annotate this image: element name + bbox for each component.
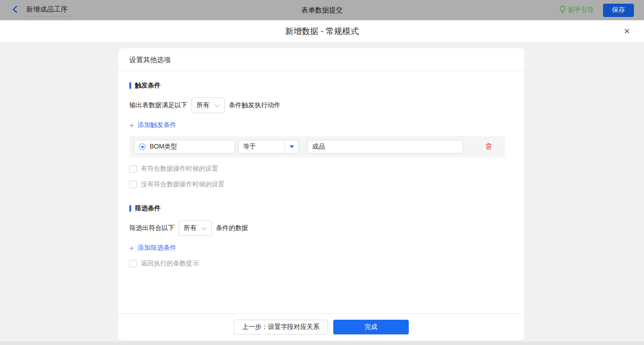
section-accent-bar	[129, 205, 131, 212]
trigger-match-sentence: 输出表数据满足以下 所有 条件触发执行动作	[129, 98, 513, 113]
trigger-match-select[interactable]: 所有	[191, 98, 225, 113]
add-trigger-condition-link[interactable]: + 添加触发条件	[129, 121, 176, 129]
top-bar: 新增成品工序 表单数据提交 新手引导 保存	[0, 0, 644, 20]
filter-sentence-suffix: 条件的数据	[216, 224, 248, 232]
close-icon[interactable]: ×	[621, 25, 633, 37]
has-match-data-checkbox[interactable]	[129, 165, 137, 172]
no-match-data-label: 没有符合数据操作时候的设置	[141, 180, 225, 189]
panel-body: 触发条件 输出表数据满足以下 所有 条件触发执行动作 + 添加触发条件	[118, 71, 524, 268]
plus-icon: +	[129, 121, 134, 129]
return-count-label: 返回执行的条数提示	[141, 259, 199, 268]
return-count-option: 返回执行的条数提示	[129, 259, 513, 268]
trigger-sentence-suffix: 条件触发执行动作	[229, 101, 280, 109]
page-title: 表单数据提交	[302, 6, 343, 15]
plus-icon: +	[129, 244, 134, 252]
trash-icon	[485, 143, 492, 151]
beginner-guide-link[interactable]: 新手引导	[559, 6, 594, 15]
options-panel: 设置其他选项 触发条件 输出表数据满足以下 所有 条件触发执行动作	[118, 48, 524, 340]
return-count-checkbox[interactable]	[129, 260, 137, 267]
trigger-condition-row: BOM类型 等于	[129, 136, 505, 157]
add-filter-condition-label: 添加筛选条件	[138, 244, 176, 252]
trigger-sentence-prefix: 输出表数据满足以下	[129, 101, 187, 109]
done-button[interactable]: 完成	[333, 320, 409, 334]
condition-operator-value: 等于	[238, 143, 284, 151]
field-type-radio-icon	[139, 144, 145, 150]
workflow-title[interactable]: 新增成品工序	[25, 4, 70, 17]
add-filter-condition-link[interactable]: + 添加筛选条件	[129, 244, 176, 252]
trigger-section-title: 触发条件	[129, 81, 513, 90]
no-match-data-option: 没有符合数据操作时候的设置	[129, 180, 513, 189]
trigger-section-label: 触发条件	[135, 81, 161, 90]
panel-footer: 上一步：设置字段对应关系 完成	[118, 313, 524, 340]
panel-header: 设置其他选项	[118, 48, 524, 71]
lightbulb-icon	[559, 6, 566, 15]
trigger-match-value: 所有	[197, 101, 209, 109]
modal-body: 设置其他选项 触发条件 输出表数据满足以下 所有 条件触发执行动作	[0, 43, 644, 342]
filter-match-value: 所有	[184, 224, 197, 232]
previous-step-button[interactable]: 上一步：设置字段对应关系	[234, 320, 328, 334]
filter-section-label: 筛选条件	[135, 204, 161, 213]
chevron-down-icon	[202, 224, 207, 232]
beginner-guide-label: 新手引导	[568, 6, 594, 14]
top-bar-right: 新手引导 保存	[559, 4, 634, 17]
back-button[interactable]	[12, 6, 18, 15]
modal-title: 新增数据 - 常规模式	[285, 26, 359, 37]
delete-condition-button[interactable]	[485, 143, 492, 151]
filter-sentence-prefix: 筛选出符合以下	[129, 224, 174, 232]
has-match-data-option: 有符合数据操作时候的设置	[129, 165, 513, 173]
filter-section-title: 筛选条件	[129, 204, 513, 213]
caret-down-icon	[290, 145, 294, 148]
no-match-data-checkbox[interactable]	[129, 181, 137, 188]
add-trigger-condition-label: 添加触发条件	[138, 121, 176, 129]
top-bar-left: 新增成品工序	[12, 4, 70, 17]
filter-match-sentence: 筛选出符合以下 所有 条件的数据	[129, 220, 513, 236]
condition-field-value: BOM类型	[150, 143, 177, 151]
modal-header: 新增数据 - 常规模式 ×	[0, 20, 644, 43]
has-match-data-label: 有符合数据操作时候的设置	[141, 165, 218, 173]
condition-value-input[interactable]	[307, 140, 463, 154]
back-chevron-icon	[12, 6, 18, 15]
condition-operator-select[interactable]: 等于	[238, 140, 299, 154]
filter-match-select[interactable]: 所有	[179, 220, 212, 236]
section-accent-bar	[129, 82, 131, 89]
screen: 新增成品工序 表单数据提交 新手引导 保存 新增数据 - 常规模式 × 设置其他…	[0, 0, 644, 345]
condition-field-select[interactable]: BOM类型	[134, 140, 235, 154]
chevron-down-icon	[215, 102, 220, 109]
operator-caret-cell[interactable]	[284, 140, 298, 153]
save-button[interactable]: 保存	[603, 4, 634, 17]
dimmed-page-edge	[0, 342, 644, 345]
